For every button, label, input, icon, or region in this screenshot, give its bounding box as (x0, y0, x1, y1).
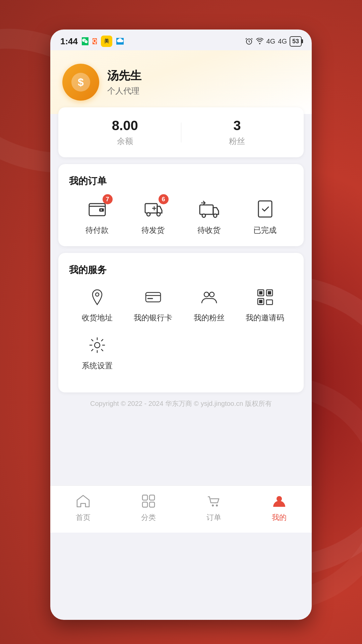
nav-orders[interactable]: 订单 (181, 492, 246, 523)
services-title: 我的服务 (69, 264, 293, 276)
fans-item: 3 粉丝 (181, 118, 293, 147)
home-icon (74, 492, 92, 510)
address-label: 收货地址 (82, 313, 113, 323)
svg-rect-10 (258, 201, 272, 217)
bottom-nav: 首页 分类 订单 (50, 485, 312, 533)
svg-point-15 (204, 292, 209, 297)
orders-card: 我的订单 7 待付款 (58, 164, 304, 246)
invite-label: 我的邀请码 (246, 313, 284, 323)
svg-point-9 (214, 214, 217, 217)
nav-mine-label: 我的 (272, 513, 287, 523)
svg-point-32 (212, 504, 214, 506)
svg-point-11 (96, 293, 99, 296)
pending-receive-label: 待收货 (197, 225, 221, 235)
pending-payment-label: 待付款 (85, 225, 109, 235)
svg-rect-20 (259, 291, 262, 294)
svg-point-16 (209, 292, 214, 297)
service-invite[interactable]: 我的邀请码 (237, 286, 293, 323)
search-app-icon: Q (93, 38, 97, 44)
orders-title: 我的订单 (69, 175, 293, 187)
header-area: $ 汤先生 个人代理 (50, 50, 312, 114)
wifi-icon (256, 38, 264, 45)
cloud-icon (116, 38, 124, 45)
pending-ship-icon-wrapper: 6 (141, 197, 165, 221)
wechat-icon (82, 37, 88, 45)
user-profile: $ 汤先生 个人代理 (62, 64, 300, 101)
svg-point-6 (157, 213, 160, 216)
invite-icon (254, 286, 277, 309)
empty-space (50, 418, 312, 485)
nav-category-label: 分类 (141, 513, 156, 523)
mine-icon (270, 492, 288, 510)
fans-label: 粉丝 (181, 136, 293, 147)
balance-card: 8.00 余额 3 粉丝 (58, 107, 304, 157)
order-item-pending-ship[interactable]: 6 待发货 (125, 197, 181, 235)
svg-rect-22 (259, 300, 262, 303)
nav-mine[interactable]: 我的 (246, 492, 312, 523)
alarm-icon (245, 37, 253, 45)
orders-nav-icon (205, 492, 223, 510)
svg-point-33 (216, 504, 218, 506)
user-role: 个人代理 (107, 86, 141, 96)
settings-icon (86, 334, 109, 357)
status-time: 1:44 (60, 36, 78, 47)
balance-item: 8.00 余额 (69, 118, 181, 147)
status-bar: 1:44 Q 美 4G 4G 53 (50, 30, 312, 50)
svg-rect-21 (268, 291, 271, 294)
completed-icon-wrapper (253, 197, 277, 221)
category-icon (140, 492, 157, 510)
avatar: $ (62, 64, 99, 101)
bankcard-icon (142, 286, 165, 309)
order-item-pending-receive[interactable]: 待收货 (181, 197, 237, 235)
service-settings[interactable]: 系统设置 (69, 334, 125, 371)
services-grid: 收货地址 我的银行卡 (69, 286, 293, 382)
svg-point-34 (277, 496, 282, 501)
balance-value: 8.00 (69, 118, 181, 133)
svg-rect-7 (200, 205, 213, 214)
pending-ship-label: 待发货 (141, 225, 165, 235)
service-fans[interactable]: 我的粉丝 (181, 286, 237, 323)
pending-payment-badge: 7 (103, 194, 113, 204)
bankcard-label: 我的银行卡 (134, 313, 172, 323)
order-item-completed[interactable]: 已完成 (237, 197, 293, 235)
fans-value: 3 (181, 118, 293, 133)
svg-rect-29 (149, 495, 155, 500)
phone-container: 1:44 Q 美 4G 4G 53 $ (50, 30, 312, 620)
nav-home[interactable]: 首页 (50, 492, 116, 523)
pending-ship-badge: 6 (159, 194, 169, 204)
orders-grid: 7 待付款 6 待发货 (69, 197, 293, 235)
completed-icon (254, 198, 276, 220)
svg-point-5 (147, 213, 150, 216)
fans-label-service: 我的粉丝 (194, 313, 225, 323)
nav-home-label: 首页 (76, 513, 90, 523)
copyright: Copyright © 2022 - 2024 华东万商 © ysjd.jing… (50, 399, 312, 408)
svg-point-8 (202, 214, 205, 217)
service-bankcard[interactable]: 我的银行卡 (125, 286, 181, 323)
fans-icon-service (198, 286, 221, 309)
username: 汤先生 (107, 68, 141, 84)
services-card: 我的服务 收货地址 (58, 253, 304, 392)
status-right: 4G 4G 53 (245, 36, 302, 47)
nav-category[interactable]: 分类 (116, 492, 181, 523)
order-item-pending-payment[interactable]: 7 待付款 (69, 197, 125, 235)
service-address[interactable]: 收货地址 (69, 286, 125, 323)
avatar-icon: $ (78, 76, 84, 89)
balance-label: 余额 (69, 136, 181, 147)
svg-point-27 (95, 342, 100, 348)
meituan-icon: 美 (101, 36, 112, 47)
svg-rect-12 (146, 292, 161, 302)
address-icon (86, 286, 109, 309)
settings-label: 系统设置 (82, 361, 113, 371)
svg-rect-28 (142, 495, 147, 500)
pending-receive-icon-wrapper (197, 197, 221, 221)
user-info: 汤先生 个人代理 (107, 68, 141, 96)
signal-4g1: 4G (266, 38, 276, 45)
battery-indicator: 53 (290, 36, 302, 47)
delivery-icon (198, 198, 220, 220)
battery-level: 53 (292, 38, 299, 45)
signal-4g2: 4G (278, 38, 287, 45)
svg-rect-31 (149, 502, 155, 507)
svg-point-3 (101, 209, 102, 211)
completed-label: 已完成 (253, 225, 277, 235)
svg-rect-30 (142, 502, 147, 507)
